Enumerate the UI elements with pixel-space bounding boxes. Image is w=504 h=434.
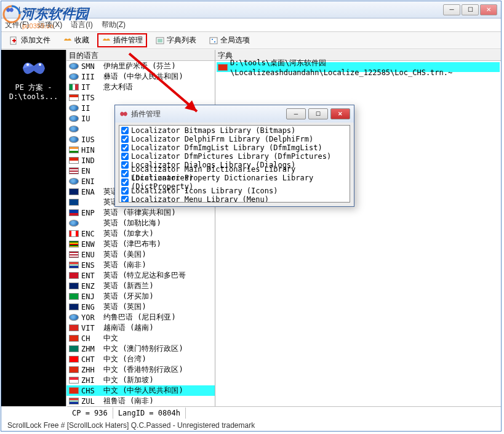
lang-row[interactable]: ENC英语 (加拿大) xyxy=(66,228,215,239)
flag-icon xyxy=(69,314,79,321)
dict-path: D:\tools\桌面\河东软件园\Localizeashduandahn\Lo… xyxy=(230,58,498,77)
lang-row[interactable]: ZHM中文 (澳门特别行政区) xyxy=(66,344,215,354)
lang-name: 英语 (南非) xyxy=(103,260,212,270)
lang-row[interactable]: ENS英语 (南非) xyxy=(66,260,215,270)
lang-row[interactable]: ITS xyxy=(66,92,215,103)
lang-row[interactable]: ENT英语 (特立尼达和多巴哥 xyxy=(66,270,215,281)
main-window: Language Localizator ─ ☐ ✕ 文件(F) 远项(X) 语… xyxy=(1,1,502,432)
lang-row[interactable]: ZHI中文 (新加坡) xyxy=(66,375,215,385)
flag-icon xyxy=(69,251,79,258)
lang-code: ENZ xyxy=(81,282,101,291)
collect-label: 收藏 xyxy=(74,35,89,46)
toolbar: 添加文件 收藏 插件管理 字典列表 全局选项 xyxy=(1,32,501,49)
menu-lang[interactable]: 语言(I) xyxy=(71,20,92,30)
plugin-checkbox[interactable] xyxy=(121,161,129,169)
lang-code: IND xyxy=(81,156,101,165)
lang-row[interactable]: CHS中文 (中华人民共和国) xyxy=(66,385,215,396)
plugin-row[interactable]: Localizator DfmPictures Library (DfmPict… xyxy=(120,152,349,161)
lang-code: ENI xyxy=(81,177,101,186)
plugin-label: Localizator DfmImgList Library (DfmImgLi… xyxy=(131,143,322,152)
lang-code: IUS xyxy=(81,135,101,144)
plugin-checkbox[interactable] xyxy=(121,144,129,151)
flag-icon xyxy=(69,84,79,90)
lang-name: 英语 (牙买加) xyxy=(103,291,212,302)
add-file-button[interactable]: 添加文件 xyxy=(5,33,55,47)
plugin-row[interactable]: Localizator Property Dictionaries Librar… xyxy=(120,178,349,187)
lang-code: IT xyxy=(81,83,101,92)
lang-code: ENC xyxy=(81,230,101,238)
collect-button[interactable]: 收藏 xyxy=(58,33,94,47)
lang-row[interactable]: CH中文 xyxy=(66,333,215,344)
flag-icon xyxy=(69,94,79,101)
language-panel: 目的语言 IBO伊博语 (尼日利亚)SMN伊纳里萨米语 (芬兰)III彝语 (中… xyxy=(66,50,215,406)
flag-icon xyxy=(69,167,79,174)
lang-code: VIT xyxy=(81,324,101,332)
plugin-row[interactable]: Localizator DfmImgList Library (DfmImgLi… xyxy=(120,143,349,152)
dict-row[interactable]: D:\tools\桌面\河东软件园\Localizeashduandahn\Lo… xyxy=(217,62,500,72)
plugin-checkbox[interactable] xyxy=(121,127,129,134)
lang-row[interactable]: VIT越南语 (越南) xyxy=(66,323,215,333)
dialog-minimize-button[interactable]: ─ xyxy=(286,108,306,119)
lang-name: 中文 (台湾) xyxy=(103,354,212,364)
flag-icon xyxy=(69,366,79,373)
menubar: 文件(F) 远项(X) 语言(I) 帮助(Z) xyxy=(1,18,501,32)
plugin-row[interactable]: Localizator Bitmaps Library (Bitmaps) xyxy=(120,126,349,135)
flag-icon xyxy=(69,126,79,132)
lang-name: 英语 (英国) xyxy=(103,302,212,312)
scheme-line2: D:\tools... xyxy=(9,92,58,102)
lang-code: ENA xyxy=(81,188,101,196)
lang-row[interactable]: ENW英语 (津巴布韦) xyxy=(66,239,215,249)
flag-icon xyxy=(69,115,79,122)
plugin-row[interactable]: Localizator Menu Library (Menu) xyxy=(120,195,349,203)
flag-icon xyxy=(69,136,79,143)
plugin-checkbox[interactable] xyxy=(121,196,129,203)
lang-code: CHS xyxy=(81,387,101,395)
dialog-maximize-button[interactable]: ☐ xyxy=(308,108,328,119)
lang-row[interactable]: ENZ英语 (新西兰) xyxy=(66,281,215,291)
close-button[interactable]: ✕ xyxy=(480,4,497,15)
plugin-row[interactable]: Localizator DelphiFrm Library (DelphiFrm… xyxy=(120,135,349,143)
svg-point-5 xyxy=(214,41,215,42)
lang-row[interactable]: ENP英语 (菲律宾共和国) xyxy=(66,207,215,218)
plugin-checkbox[interactable] xyxy=(121,135,129,143)
app-icon xyxy=(5,5,15,15)
lang-row[interactable]: YOR约鲁巴语 (尼日利亚) xyxy=(66,312,215,323)
lang-code: EN xyxy=(81,167,101,175)
lang-row[interactable]: ENU英语 (美国) xyxy=(66,249,215,260)
plugin-list[interactable]: Localizator Bitmaps Library (Bitmaps)Loc… xyxy=(119,125,350,203)
maximize-button[interactable]: ☐ xyxy=(462,4,479,15)
lang-code: CH xyxy=(81,334,101,343)
lang-header: 目的语言 xyxy=(66,50,215,61)
dialog-titlebar: 插件管理 ─ ☐ ✕ xyxy=(115,105,354,123)
menu-help[interactable]: 帮助(Z) xyxy=(102,20,126,30)
lang-code: ITS xyxy=(81,94,101,102)
lang-row[interactable]: IT意大利语 xyxy=(66,82,215,92)
dict-list-button[interactable]: 字典列表 xyxy=(151,33,201,47)
lang-name: 中文 xyxy=(103,333,212,344)
plugin-checkbox[interactable] xyxy=(121,179,129,186)
lang-row[interactable]: III彝语 (中华人民共和国) xyxy=(66,71,215,82)
lang-code: ENP xyxy=(81,209,101,217)
lang-row[interactable]: SMN伊纳里萨米语 (芬兰) xyxy=(66,61,215,71)
global-opts-button[interactable]: 全局选项 xyxy=(204,33,254,47)
plugin-mgr-button[interactable]: 插件管理 xyxy=(97,33,147,47)
svg-point-4 xyxy=(212,39,213,40)
plugin-checkbox[interactable] xyxy=(121,170,129,177)
menu-file[interactable]: 文件(F) xyxy=(5,20,29,30)
flag-icon xyxy=(69,324,79,331)
lang-name: 意大利语 xyxy=(103,82,212,92)
flag-icon xyxy=(69,398,79,404)
lang-row[interactable]: CHT中文 (台湾) xyxy=(66,354,215,364)
flag-icon xyxy=(69,387,79,394)
plugin-checkbox[interactable] xyxy=(121,187,129,195)
minimize-button[interactable]: ─ xyxy=(443,4,460,15)
lang-row[interactable]: ZHH中文 (香港特别行政区) xyxy=(66,364,215,375)
lang-row[interactable]: 英语 (加勒比海) xyxy=(66,218,215,228)
lang-row[interactable]: ZUL祖鲁语 (南非) xyxy=(66,396,215,406)
lang-row[interactable]: ENG英语 (英国) xyxy=(66,302,215,312)
menu-option[interactable]: 远项(X) xyxy=(38,20,62,30)
plugin-label: Localizator Menu Library (Menu) xyxy=(131,195,269,203)
plugin-checkbox[interactable] xyxy=(121,153,129,160)
lang-row[interactable]: ENJ英语 (牙买加) xyxy=(66,291,215,302)
dialog-close-button[interactable]: ✕ xyxy=(330,108,350,119)
